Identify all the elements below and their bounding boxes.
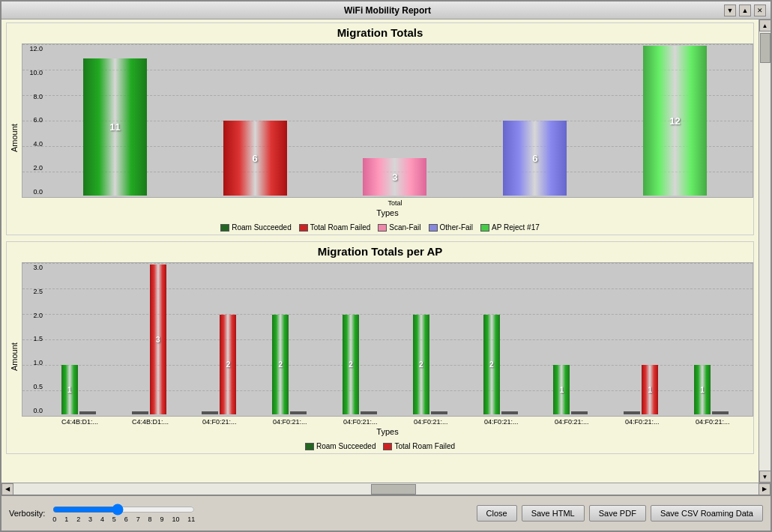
close-button[interactable]: ✕ bbox=[754, 4, 766, 16]
bar-green-empty bbox=[202, 411, 218, 414]
slider-ticks: 0 1 2 3 4 5 6 7 8 9 10 11 bbox=[52, 516, 195, 523]
x-label-ap: 04:F0:21:... bbox=[273, 418, 306, 426]
bar-red-empty bbox=[501, 411, 518, 414]
x-label-ap: 04:F0:21:... bbox=[343, 418, 376, 426]
tick: 3 bbox=[88, 516, 92, 523]
legend-color bbox=[383, 443, 392, 450]
legend-label: Roam Succeeded bbox=[232, 223, 292, 232]
bar-value: 1 bbox=[700, 386, 705, 394]
verbosity-slider-container: 0 1 2 3 4 5 6 7 8 9 10 11 bbox=[52, 504, 195, 523]
ap-bar-group: 3 bbox=[132, 265, 166, 414]
bar-group-5: 12 bbox=[643, 46, 707, 196]
ap-bar-group: 2 bbox=[202, 315, 236, 414]
y-tick: 0.0 bbox=[22, 189, 45, 196]
chart1-legend: Roam Succeeded Total Roam Failed Scan-Fa… bbox=[7, 220, 753, 235]
bar-red: 2 bbox=[220, 315, 236, 414]
legend-ap-reject: AP Reject #17 bbox=[480, 223, 540, 232]
chart2-y-label: Amount bbox=[7, 262, 22, 436]
chart2-x-title: Types bbox=[22, 427, 753, 436]
ap-bar-group: 2 bbox=[413, 315, 447, 414]
horizontal-scrollbar: ◀ ▶ bbox=[1, 483, 771, 495]
y-tick: 2.0 bbox=[22, 165, 45, 172]
bar-red-empty bbox=[712, 411, 729, 414]
bar-value: 6 bbox=[532, 153, 537, 164]
legend-color bbox=[305, 443, 314, 450]
tick: 8 bbox=[148, 516, 152, 523]
legend-total-roam-failed: Total Roam Failed bbox=[383, 442, 455, 450]
legend-label: Other-Fail bbox=[440, 223, 473, 232]
chart2-inner: 3.0 2.5 2.0 1.5 1.0 0.5 0.0 bbox=[22, 262, 753, 436]
legend-label: Total Roam Failed bbox=[394, 442, 455, 450]
legend-color bbox=[378, 224, 387, 232]
close-button[interactable]: Close bbox=[477, 505, 517, 522]
legend-color bbox=[299, 224, 308, 232]
ap-bar-group: 2 bbox=[272, 315, 307, 414]
bar-green: 2 bbox=[483, 315, 500, 414]
chart1-title: Migration Totals bbox=[7, 23, 753, 40]
y-tick: 0.5 bbox=[22, 384, 45, 390]
legend-label: AP Reject #17 bbox=[492, 223, 540, 232]
save-csv-button[interactable]: Save CSV Roaming Data bbox=[651, 505, 763, 522]
legend-roam-succeeded: Roam Succeeded bbox=[305, 442, 376, 450]
verbosity-label: Verbosity: bbox=[9, 509, 45, 518]
bar-roam-succeeded: 11 bbox=[83, 58, 147, 196]
chart2-y-ticks: 3.0 2.5 2.0 1.5 1.0 0.5 0.0 bbox=[22, 263, 45, 416]
h-scroll-thumb[interactable] bbox=[371, 484, 416, 495]
save-pdf-button[interactable]: Save PDF bbox=[589, 505, 646, 522]
tick: 5 bbox=[112, 516, 116, 523]
bar-group-4: 6 bbox=[503, 121, 567, 196]
bar-total-roam-failed: 6 bbox=[223, 121, 287, 196]
y-tick: 2.5 bbox=[22, 288, 45, 295]
bar-value: 3 bbox=[156, 336, 160, 344]
bar-green: 2 bbox=[343, 315, 359, 414]
chart1-bars: 11 6 bbox=[45, 44, 745, 197]
ap-bar-group: 2 bbox=[483, 315, 518, 414]
chart2-container: Amount bbox=[7, 259, 753, 439]
tick: 1 bbox=[64, 516, 68, 523]
legend-color bbox=[220, 224, 229, 232]
legend-scan-fail: Scan-Fail bbox=[378, 223, 420, 232]
tick: 0 bbox=[52, 516, 56, 523]
legend-label: Roam Succeeded bbox=[316, 442, 376, 450]
y-tick: 2.0 bbox=[22, 312, 45, 319]
scroll-thumb[interactable] bbox=[760, 33, 771, 63]
restore-button[interactable]: ▲ bbox=[739, 4, 751, 16]
y-tick: 10.0 bbox=[22, 70, 45, 76]
verbosity-slider[interactable] bbox=[52, 504, 195, 516]
y-tick: 1.5 bbox=[22, 336, 45, 342]
y-tick: 3.0 bbox=[22, 265, 45, 271]
bar-red: 1 bbox=[642, 365, 658, 414]
bar-value: 2 bbox=[489, 360, 494, 369]
scroll-up-button[interactable]: ▲ bbox=[759, 19, 771, 31]
chart1-x-title: Types bbox=[22, 208, 753, 217]
bar-other-fail: 6 bbox=[503, 121, 567, 196]
bar-red-empty bbox=[431, 411, 447, 414]
tick: 4 bbox=[100, 516, 104, 523]
window-title: WiFi Mobility Report bbox=[51, 5, 724, 16]
content-area: Migration Totals Amount bbox=[1, 19, 771, 483]
scroll-track[interactable] bbox=[759, 31, 771, 471]
bar-group-3: 3 bbox=[363, 158, 426, 196]
bar-value: 1 bbox=[560, 386, 564, 394]
legend-roam-succeeded: Roam Succeeded bbox=[220, 223, 292, 232]
chart2-plot: 3.0 2.5 2.0 1.5 1.0 0.5 0.0 bbox=[22, 262, 753, 417]
scroll-down-button[interactable]: ▼ bbox=[759, 471, 771, 483]
h-scroll-track[interactable] bbox=[13, 483, 759, 495]
y-tick: 0.0 bbox=[22, 408, 45, 414]
x-label-ap: 04:F0:21:... bbox=[414, 418, 447, 426]
titlebar-buttons: ▼ ▲ ✕ bbox=[724, 4, 766, 16]
tick: 7 bbox=[136, 516, 140, 523]
bar-green-empty bbox=[132, 411, 148, 414]
chart1-container: Amount bbox=[7, 40, 753, 220]
bar-value: 2 bbox=[349, 360, 353, 369]
x-label-ap: C4:4B:D1:... bbox=[132, 418, 165, 426]
chart2-bars: 1 3 bbox=[45, 263, 745, 416]
main-window: WiFi Mobility Report ▼ ▲ ✕ Migration Tot… bbox=[0, 0, 772, 532]
h-scroll-left-button[interactable]: ◀ bbox=[1, 483, 13, 495]
chart2-legend: Roam Succeeded Total Roam Failed bbox=[7, 439, 753, 453]
bar-group-2: 6 bbox=[223, 121, 287, 196]
save-html-button[interactable]: Save HTML bbox=[522, 505, 585, 522]
bar-red-empty bbox=[290, 411, 307, 414]
minimize-button[interactable]: ▼ bbox=[724, 4, 736, 16]
h-scroll-right-button[interactable]: ▶ bbox=[759, 483, 771, 495]
